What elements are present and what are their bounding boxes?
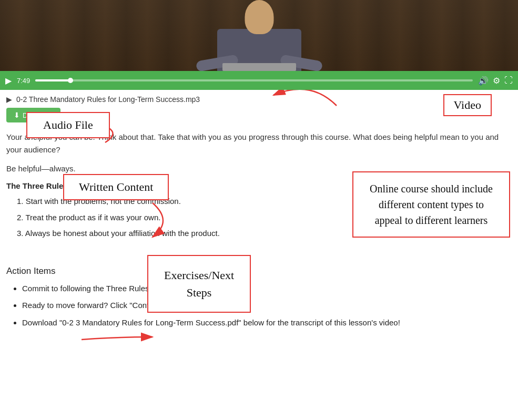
annotation-exercises: Exercises/NextSteps (147, 255, 251, 313)
volume-icon[interactable]: 🔊 (478, 76, 489, 86)
action-item: Ready to move forward? Click "Continue c… (22, 300, 512, 312)
time-display: 7:49 (17, 77, 30, 85)
para1-prefix: Your a (6, 132, 29, 141)
main-content: ▶ 0-2 Three Mandatory Rules for Long-Ter… (0, 90, 518, 344)
action-item: Commit to following the Three Rules of A (22, 283, 512, 295)
rule-text: Always be honest about your affiliation … (25, 229, 220, 238)
video-section: ▶ 7:49 🔊 ⚙ ⛶ (0, 0, 518, 90)
audio-play-icon: ▶ (6, 95, 12, 104)
play-button[interactable]: ▶ (5, 76, 12, 86)
progress-dot (68, 78, 73, 83)
action-items-heading: Action Items (6, 266, 512, 276)
audio-row: ▶ 0-2 Three Mandatory Rules for Long-Ter… (6, 95, 512, 104)
action-item: Download "0-2 3 Mandatory Rules for Long… (22, 317, 512, 329)
audio-filename: 0-2 Three Mandatory Rules for Long-Term … (16, 95, 200, 104)
rule-num: 2. (17, 213, 25, 222)
action-list: Commit to following the Three Rules of A… (22, 283, 512, 329)
progress-fill (35, 79, 70, 81)
annotation-callout: Online course should include different c… (352, 171, 510, 238)
annotation-audio: Audio File (26, 112, 110, 138)
video-thumbnail (0, 0, 518, 71)
download-icon: ⬇ (14, 111, 20, 119)
video-controls-bar: ▶ 7:49 🔊 ⚙ ⛶ (0, 71, 518, 90)
annotation-written-label: Written Content (79, 180, 153, 193)
annotation-audio-label: Audio File (43, 118, 93, 131)
progress-bar[interactable] (35, 79, 473, 81)
rule-num: 3. (17, 229, 25, 238)
rule-num: 1. (17, 197, 26, 206)
video-background (0, 0, 518, 71)
settings-icon[interactable]: ⚙ (493, 76, 500, 86)
rule-text: Treat the product as if it was your own. (25, 213, 160, 222)
annotation-callout-label: Online course should include different c… (370, 183, 493, 226)
annotation-video: Video (443, 94, 492, 116)
annotation-video-label: Video (454, 98, 481, 111)
control-icons: 🔊 ⚙ ⛶ (478, 76, 513, 86)
annotation-exercises-label: Exercises/NextSteps (164, 269, 234, 299)
fullscreen-icon[interactable]: ⛶ (504, 76, 513, 86)
annotation-written: Written Content (63, 174, 169, 200)
